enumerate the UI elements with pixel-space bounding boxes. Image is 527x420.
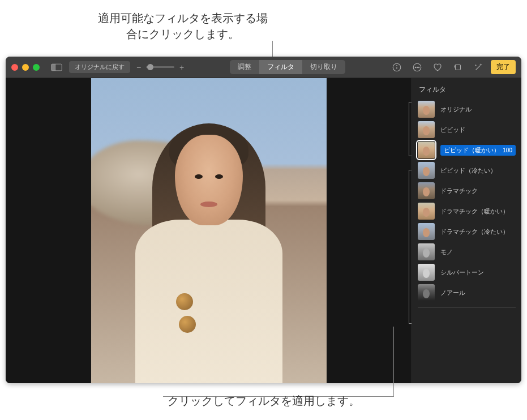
filter-item[interactable]: ドラマチック: [418, 181, 516, 201]
annotation-filters-tab: 適用可能なフィルタを表示する場合にクリックします。: [93, 10, 272, 42]
zoom-out-button[interactable]: −: [135, 63, 143, 72]
close-window-button[interactable]: [11, 64, 18, 71]
filter-label: ドラマチック: [440, 187, 516, 195]
auto-enhance-button[interactable]: [470, 59, 486, 75]
filters-panel: フィルタ オリジナルビビッドビビッド（暖かい）100ビビッド（冷たい）ドラマチッ…: [412, 78, 521, 383]
filter-item[interactable]: オリジナル: [418, 99, 516, 119]
tab-adjust[interactable]: 調整: [230, 60, 259, 74]
filter-item[interactable]: モノ: [418, 242, 516, 262]
callout-line: [272, 41, 273, 58]
revert-to-original-button[interactable]: オリジナルに戻す: [69, 61, 130, 73]
heart-icon: [432, 62, 443, 72]
filter-label-wrap: ノアール: [440, 289, 516, 297]
filter-label: ドラマチック（冷たい）: [440, 228, 516, 236]
filter-label: ドラマチック（暖かい）: [440, 207, 516, 216]
filter-label: ビビッド: [440, 126, 516, 134]
toolbar: オリジナルに戻す − + 調整 フィルタ 切り取り 完了: [6, 57, 521, 78]
ellipsis-icon: [412, 62, 422, 72]
filter-thumbnail: [418, 142, 435, 158]
filter-label: モノ: [440, 248, 516, 256]
filter-label: シルバートーン: [440, 268, 516, 277]
more-button[interactable]: [409, 59, 425, 75]
filter-label-wrap: ドラマチック: [440, 187, 516, 195]
filter-thumbnail: [418, 182, 435, 199]
callout-line: [393, 327, 394, 397]
filter-label-wrap: シルバートーン: [440, 268, 516, 277]
filter-label: オリジナル: [440, 105, 516, 114]
magic-wand-icon: [473, 62, 483, 72]
filter-intensity-value: 100: [500, 147, 512, 153]
filter-label-wrap: ビビッド: [440, 126, 516, 134]
callout-bracket: [409, 170, 412, 324]
filter-item[interactable]: ビビッド（冷たい）: [418, 160, 516, 181]
filter-label: ビビッド（暖かい）: [444, 146, 500, 155]
rotate-icon: [453, 62, 463, 72]
filter-thumbnail: [418, 243, 435, 260]
filter-label-wrap: オリジナル: [440, 105, 516, 114]
tab-crop[interactable]: 切り取り: [302, 60, 345, 74]
annotation-apply-filter: クリックしてフィルタを適用します。: [153, 393, 391, 409]
filter-item[interactable]: ドラマチック（冷たい）: [418, 221, 516, 242]
filter-thumbnail: [418, 121, 435, 138]
panel-divider: [418, 307, 516, 308]
filter-label-wrap: ドラマチック（暖かい）: [440, 207, 516, 216]
filter-label-wrap: ドラマチック（冷たい）: [440, 228, 516, 236]
filter-item[interactable]: ドラマチック（暖かい）: [418, 201, 516, 221]
filter-item[interactable]: ビビッド（暖かい）100: [418, 140, 516, 160]
svg-point-7: [415, 67, 416, 68]
edit-mode-tabs: 調整 フィルタ 切り取り: [230, 60, 345, 74]
filter-thumbnail: [418, 223, 435, 240]
callout-bracket: [409, 102, 412, 156]
zoom-slider[interactable]: [146, 66, 174, 68]
filter-list: オリジナルビビッドビビッド（暖かい）100ビビッド（冷たい）ドラマチックドラマチ…: [418, 99, 516, 303]
filter-item[interactable]: シルバートーン: [418, 262, 516, 282]
info-icon: [392, 62, 402, 72]
tab-filters[interactable]: フィルタ: [259, 60, 302, 74]
filter-thumbnail: [418, 162, 435, 179]
filter-label: ビビッド（冷たい）: [440, 166, 516, 175]
minimize-window-button[interactable]: [22, 64, 29, 71]
svg-rect-2: [52, 64, 55, 71]
info-button[interactable]: [389, 59, 405, 75]
fullscreen-window-button[interactable]: [33, 64, 40, 71]
filter-thumbnail: [418, 203, 435, 220]
svg-point-8: [417, 67, 418, 68]
rotate-button[interactable]: [450, 59, 466, 75]
filter-label-wrap: ビビッド（暖かい）100: [440, 145, 516, 156]
sidebar-toggle-button[interactable]: [49, 62, 65, 72]
filter-thumbnail: [418, 264, 435, 281]
filters-panel-title: フィルタ: [418, 83, 516, 99]
window-controls: [11, 64, 40, 71]
filter-item[interactable]: ノアール: [418, 282, 516, 303]
sidebar-icon: [51, 63, 62, 71]
filter-item[interactable]: ビビッド: [418, 119, 516, 140]
zoom-in-button[interactable]: +: [178, 63, 186, 72]
app-window: オリジナルに戻す − + 調整 フィルタ 切り取り 完了: [6, 57, 521, 383]
edited-photo: [91, 78, 327, 383]
svg-rect-10: [456, 65, 461, 70]
editor-content: フィルタ オリジナルビビッドビビッド（暖かい）100ビビッド（冷たい）ドラマチッ…: [6, 78, 521, 383]
done-button[interactable]: 完了: [491, 60, 516, 74]
filter-label-wrap: モノ: [440, 248, 516, 256]
svg-point-5: [397, 65, 397, 66]
filter-thumbnail: [418, 284, 435, 301]
photo-canvas[interactable]: [6, 78, 412, 383]
filter-label-wrap: ビビッド（冷たい）: [440, 166, 516, 175]
svg-point-9: [418, 67, 419, 68]
zoom-control: − +: [135, 63, 186, 72]
filter-thumbnail: [418, 101, 435, 118]
filter-label: ノアール: [440, 289, 516, 297]
favorite-button[interactable]: [430, 59, 445, 75]
